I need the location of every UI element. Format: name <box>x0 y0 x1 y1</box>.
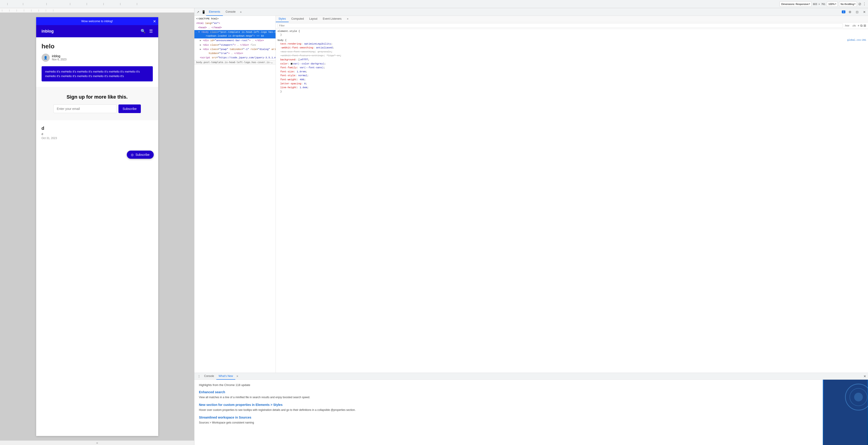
dom-head[interactable]: <head> … </head> <box>194 26 276 30</box>
feature-custom-props-title[interactable]: New section for custom properties in Ele… <box>199 403 818 407</box>
dimensions-arrow: ▾ <box>809 3 810 5</box>
search-icon[interactable]: 🔍 <box>141 29 146 34</box>
prop-background: background: #ffff; <box>278 58 866 62</box>
whats-new-image <box>823 380 868 445</box>
more-options-icon[interactable]: ⋮ <box>863 2 866 6</box>
bottom-tab-whats-new[interactable]: What's New <box>216 373 235 380</box>
no-touch-icon[interactable]: ⊘ <box>858 2 861 6</box>
resize-handle[interactable]: ≡ <box>0 441 194 445</box>
dom-breadcrumb: body.post-template.is-head-left-logo.has… <box>194 60 276 64</box>
announcement-text: Wow welcome to inblog! <box>81 20 113 23</box>
ruler-col4: | <box>61 3 79 5</box>
resize-handle-icon: ≡ <box>96 441 98 445</box>
zoom-selector[interactable]: 100% ▾ <box>827 1 838 7</box>
subscribe-button[interactable]: Subscribe <box>119 105 141 113</box>
whats-new-content: Highlights from the Chrome 118 update En… <box>194 380 823 445</box>
styles-tab-event-listeners[interactable]: Event Listeners <box>320 16 344 22</box>
styles-content: element.style { } body { global.css:281 … <box>276 29 868 373</box>
post1-content: meHello it's meHello it's meHello it's m… <box>41 66 153 81</box>
prop-line-height: line-height: 1.6em; <box>278 86 866 90</box>
post1-date: Nov 6, 2023 <box>52 58 67 61</box>
post1-author-block: 👤 inblog Nov 6, 2023 <box>41 54 153 62</box>
body-selector: body { global.css:281 <box>278 39 866 41</box>
add-rule-icon[interactable]: + <box>858 24 860 27</box>
signup-title: Sign up for more like this. <box>41 94 153 100</box>
styles-tab-more[interactable]: » <box>344 16 351 22</box>
bottom-tab-whats-new-label: What's New <box>219 375 233 378</box>
element-style-rule: element.style { } <box>278 30 866 37</box>
bottom-panel: ⋮ Console What's New ✕ ✕ Highlights from… <box>194 373 868 445</box>
inspect-icon[interactable]: ↗ <box>195 9 201 15</box>
menu-icon[interactable]: ☰ <box>149 29 153 34</box>
dimensions-selector[interactable]: Dimensions: Responsive ▾ <box>780 1 811 7</box>
preview-content: Wow welcome to inblog! ✕ inblog 🔍 ☰ helo… <box>0 13 194 441</box>
dom-viewport[interactable]: ▶ <div class="viewport"> … </div> flex <box>194 43 276 48</box>
height-value: 761 <box>821 3 825 5</box>
styles-filter-input[interactable] <box>278 23 843 28</box>
close-icon[interactable]: ✕ <box>862 9 867 15</box>
body-source[interactable]: global.css:281 <box>847 39 866 41</box>
throttling-arrow: ▾ <box>855 3 855 5</box>
tab-more[interactable]: » <box>238 10 243 13</box>
body-style-rule: body { global.css:281 text-rendering: op… <box>278 39 866 94</box>
dimensions-label: Dimensions: Responsive <box>781 3 809 5</box>
prop-text-rendering: text-rendering: optimizeLegibility; <box>278 42 866 46</box>
prop-font-size: font-size: 1.6rem; <box>278 70 866 74</box>
feature-enhanced-search-desc: View all matches in a line of a minified… <box>199 395 818 399</box>
prop-letter-spacing: letter-spacing: 0; <box>278 82 866 86</box>
x-separator: × <box>818 3 820 5</box>
blog-announcement: Wow welcome to inblog! ✕ <box>36 17 158 25</box>
styles-tab-layout[interactable]: Layout <box>307 16 320 22</box>
dock-icon[interactable]: ⊡ <box>855 9 860 15</box>
cls-toggle[interactable]: .cls <box>851 24 857 27</box>
elements-panel: <!DOCTYPE html> <html lang="en"> <head> … <box>194 16 868 373</box>
dom-body[interactable]: … ▼ <body class="post-template is-head-l… <box>194 30 276 38</box>
bottom-panel-menu-icon[interactable]: ⋮ <box>196 375 202 378</box>
dom-script: <script src="https://code.jquery.com/jqu… <box>194 56 276 60</box>
blog-site: Wow welcome to inblog! ✕ inblog 🔍 ☰ helo… <box>36 17 158 436</box>
ruler-col6: | <box>94 3 113 5</box>
feature-custom-props-desc: Hover over custom properties to see tool… <box>199 408 818 412</box>
ruler-col1: | <box>2 3 13 5</box>
copy-icon[interactable]: ⧉ <box>860 24 863 28</box>
inspect-style-icon[interactable]: ⊞ <box>864 24 866 27</box>
post2-block: d d Oct 31, 2023 <box>41 126 153 140</box>
bottom-tab-console-label: Console <box>204 375 214 378</box>
feature-enhanced-search: Enhanced search View all matches in a li… <box>199 390 818 399</box>
dom-announcement[interactable]: ▶ <div id="announcement-bar-root"> … </d… <box>194 38 276 43</box>
prop-font-family: font-family: var(--font-sans); <box>278 66 866 70</box>
feature-enhanced-search-title[interactable]: Enhanced search <box>199 390 818 394</box>
blog-logo: inblog <box>41 29 54 34</box>
fab-icon: ◎ <box>131 153 133 156</box>
body-rule-close: } <box>278 90 866 94</box>
styles-filter-bar: :hov .cls + ⧉ ⊞ <box>276 22 868 29</box>
feature-workspace: Streamlined workspace in Sources Sources… <box>199 416 818 425</box>
bottom-panel-icons: ✕ <box>864 375 866 378</box>
signup-form: Subscribe <box>41 105 153 113</box>
tab-elements[interactable]: Elements <box>206 8 223 16</box>
dom-pswp[interactable]: ▶ <div class="pswp" tabindex="-1" role="… <box>194 47 276 56</box>
prop-webkit-font-smooth: -webkit-font-smoothing: antialiased; <box>278 46 866 50</box>
throttling-selector[interactable]: No throttling ▾ <box>839 1 857 7</box>
hov-toggle[interactable]: :hov <box>844 24 850 27</box>
styles-tab-styles[interactable]: Styles <box>276 16 289 22</box>
devtools-panel: ↗ 📱 Elements Console » 1 ⚙ ⊡ ✕ <!DOCTYPE… <box>194 8 868 445</box>
whats-new-header: Highlights from the Chrome 118 update <box>199 383 818 387</box>
settings-icon[interactable]: ⚙ <box>847 9 852 15</box>
bottom-close-panel[interactable]: ✕ <box>864 375 866 378</box>
browser-preview: |||||||| Wow welcome to inblog! ✕ inblog… <box>0 8 194 445</box>
device-icon[interactable]: 📱 <box>201 9 206 15</box>
tab-console-label: Console <box>225 10 236 13</box>
feature-workspace-title[interactable]: Streamlined workspace in Sources <box>199 416 818 419</box>
subscribe-fab[interactable]: ◎ Subscribe <box>127 151 153 159</box>
post1-title: helo <box>41 43 153 50</box>
tab-console[interactable]: Console <box>223 8 238 16</box>
throttling-label: No throttling <box>841 3 854 5</box>
email-input[interactable] <box>53 105 117 113</box>
bottom-tab-console[interactable]: Console <box>202 373 216 380</box>
dom-html: <html lang="en"> <box>194 21 276 26</box>
dom-tree: <!DOCTYPE html> <html lang="en"> <head> … <box>194 16 276 373</box>
bottom-tab-close[interactable]: ✕ <box>235 375 239 378</box>
styles-tab-computed[interactable]: Computed <box>289 16 307 22</box>
announcement-close[interactable]: ✕ <box>153 19 156 23</box>
